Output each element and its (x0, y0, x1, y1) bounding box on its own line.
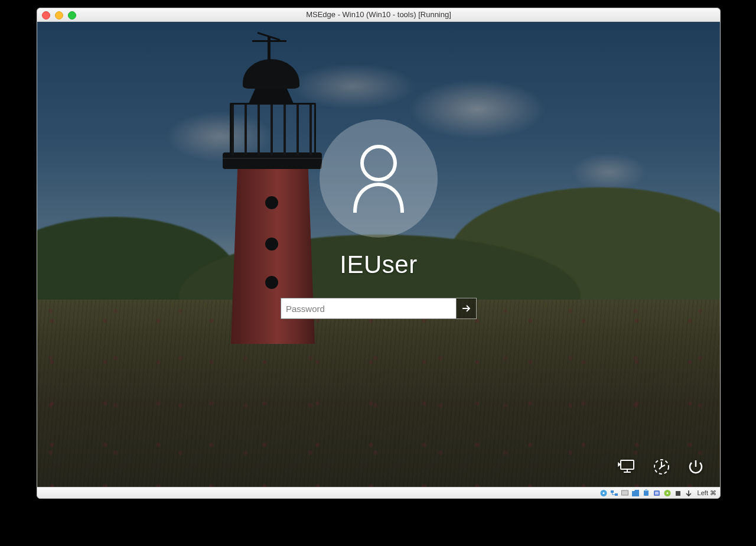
vm-window: MSEdge - Win10 (Win10 - tools) [Running] (37, 8, 721, 499)
usb-indicator-icon[interactable] (642, 489, 651, 497)
svg-rect-9 (644, 490, 649, 496)
cd-indicator-icon[interactable] (663, 489, 672, 497)
svg-point-4 (602, 492, 604, 493)
vm-status-bar: Left ⌘ (37, 487, 720, 498)
network-indicator-icon[interactable] (610, 489, 619, 497)
close-icon[interactable] (42, 11, 50, 20)
shared-folder-indicator-icon[interactable] (631, 489, 640, 497)
audio-indicator-icon[interactable] (653, 489, 662, 497)
arrow-right-icon (461, 303, 472, 314)
network-icon (618, 459, 637, 475)
svg-point-14 (667, 492, 669, 494)
svg-rect-7 (622, 490, 628, 495)
display-indicator-icon[interactable] (621, 489, 630, 497)
host-key-label: Left ⌘ (698, 489, 716, 497)
recording-indicator-icon[interactable] (674, 489, 683, 497)
user-icon (346, 143, 411, 214)
submit-button[interactable] (457, 298, 477, 319)
svg-rect-1 (621, 460, 634, 469)
ease-of-access-icon (653, 458, 670, 476)
svg-rect-15 (676, 491, 680, 496)
guest-screen: IEUser (37, 22, 720, 488)
hard-disk-indicator-icon[interactable] (599, 489, 608, 497)
titlebar[interactable]: MSEdge - Win10 (Win10 - tools) [Running] (37, 8, 720, 22)
svg-rect-10 (645, 489, 647, 491)
svg-point-0 (362, 147, 395, 180)
svg-marker-8 (632, 490, 639, 496)
svg-rect-6 (615, 493, 618, 496)
network-button[interactable] (617, 457, 637, 477)
minimize-icon[interactable] (55, 11, 63, 20)
power-icon (687, 458, 705, 476)
zoom-icon[interactable] (68, 11, 76, 20)
password-row (281, 298, 477, 319)
svg-rect-12 (655, 492, 659, 495)
host-key-indicator-icon[interactable] (685, 489, 693, 497)
password-input[interactable] (281, 298, 457, 319)
user-avatar[interactable] (320, 119, 438, 238)
login-panel: IEUser (37, 119, 720, 319)
lockscreen-corner-buttons (617, 457, 706, 477)
username-label: IEUser (340, 251, 417, 279)
svg-rect-5 (611, 490, 614, 493)
power-button[interactable] (686, 457, 706, 477)
ease-of-access-button[interactable] (651, 457, 672, 477)
window-title: MSEdge - Win10 (Win10 - tools) [Running] (306, 10, 451, 19)
traffic-lights (42, 11, 76, 20)
